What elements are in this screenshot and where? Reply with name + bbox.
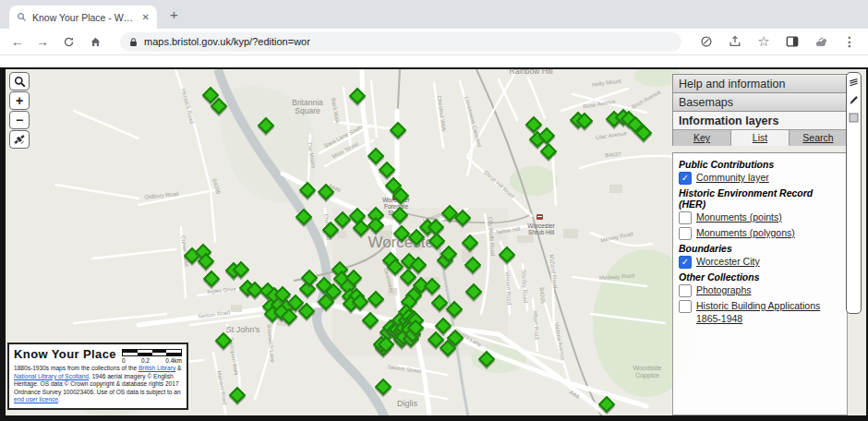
menu-kebab-icon[interactable]: ⋮ — [842, 34, 857, 49]
satellite-icon — [13, 133, 26, 146]
railway-station-icon — [536, 214, 543, 220]
browser-toolbar: ← → maps.bristol.gov.uk/kyp/?edition=wor… — [0, 29, 868, 55]
aerial-imagery-button[interactable] — [9, 130, 30, 149]
credit-link[interactable]: National Library of Scotland — [14, 373, 89, 379]
layer-checkbox[interactable] — [679, 227, 692, 240]
layer-group-heading: Public Contributions — [679, 159, 841, 170]
attribution-box: Know Your Place 0 0.2 0.4km 1880s-193 — [7, 343, 188, 410]
layer-link[interactable]: Historic Building Applications 1865-1948 — [696, 300, 841, 325]
extent-square-icon[interactable] — [848, 112, 860, 124]
panel-section-information-layers[interactable]: Information layers — [672, 111, 848, 130]
search-button[interactable] — [9, 72, 30, 90]
send-to-devices-icon[interactable] — [699, 34, 714, 49]
back-icon[interactable]: ← — [11, 35, 24, 48]
layer-item: Photographs — [679, 284, 841, 297]
layer-item: ✓Community layer — [679, 172, 841, 185]
browser-tab[interactable]: Know Your Place - Worcester City ✕ — [9, 6, 157, 29]
home-icon[interactable] — [88, 34, 102, 49]
side-panel-icon[interactable] — [785, 34, 800, 49]
zoom-out-button[interactable]: − — [9, 111, 30, 129]
layer-checkbox[interactable] — [679, 284, 692, 297]
forward-icon[interactable]: → — [36, 35, 49, 48]
search-icon — [14, 76, 26, 88]
layer-link[interactable]: Worcester City — [696, 256, 760, 269]
layer-link[interactable]: Monuments (points) — [696, 211, 782, 224]
share-icon[interactable] — [728, 34, 742, 49]
layer-item: Historic Building Applications 1865-1948 — [679, 300, 841, 325]
panel-tabs: KeyListSearch — [672, 129, 848, 146]
layer-item: ✓Worcester City — [679, 256, 841, 269]
panel-tab-key[interactable]: Key — [673, 129, 731, 146]
layer-item: Monuments (points) — [679, 211, 841, 224]
map-controls: + − — [9, 72, 30, 150]
layer-link[interactable]: Monuments (polygons) — [696, 227, 795, 240]
panel-section-basemaps[interactable]: Basemaps — [672, 92, 848, 112]
credit-text: 1880s-1930s maps from the collections of… — [14, 365, 182, 404]
zoom-in-button[interactable]: + — [9, 91, 30, 110]
new-tab-button[interactable]: + — [170, 6, 178, 22]
credit-text-segment: & — [175, 365, 181, 371]
favicon-magnifier-icon — [17, 12, 27, 22]
info-panel: Help and information Basemaps Informatio… — [672, 75, 848, 415]
layer-group-heading: Other Collections — [679, 271, 841, 283]
address-bar[interactable]: maps.bristol.gov.uk/kyp/?edition=wor — [120, 32, 681, 52]
extension-icon[interactable] — [814, 34, 828, 49]
bookmark-star-icon[interactable]: ☆ — [756, 34, 771, 49]
scale-bar: 0 0.2 0.4km — [122, 349, 182, 364]
map-frame: Rainbow HillBritannia SquareWorcesterSt … — [0, 67, 868, 421]
layer-checkbox[interactable]: ✓ — [679, 172, 692, 185]
panel-section-help[interactable]: Help and information — [672, 74, 848, 93]
panel-tab-list[interactable]: List — [731, 129, 790, 146]
lock-icon — [129, 37, 138, 47]
toolbar-actions: ☆ ⋮ — [699, 34, 857, 49]
layer-link[interactable]: Photographs — [696, 284, 752, 297]
pencil-icon[interactable] — [848, 94, 860, 106]
layer-group-heading: Historic Environment Record (HER) — [679, 187, 841, 210]
credit-link[interactable]: British Library — [139, 365, 175, 371]
reload-icon[interactable] — [61, 34, 76, 49]
browser-window: Know Your Place - Worcester City ✕ + ← →… — [0, 0, 868, 421]
layer-item: Monuments (polygons) — [679, 227, 841, 240]
url-text: maps.bristol.gov.uk/kyp/?edition=wor — [144, 36, 310, 47]
layers-stack-icon[interactable] — [848, 77, 860, 89]
scale-label-end: 0.4km — [165, 357, 182, 364]
kyp-logo-title: Know Your Place — [14, 347, 116, 361]
scale-label-start: 0 — [122, 357, 126, 364]
tab-close-icon[interactable]: ✕ — [142, 12, 150, 22]
layer-group-heading: Boundaries — [679, 243, 841, 254]
map-canvas[interactable]: Rainbow HillBritannia SquareWorcesterSt … — [6, 69, 866, 415]
scale-label-mid: 0.2 — [141, 357, 150, 364]
side-toolbar — [846, 72, 862, 314]
layer-list: Public Contributions✓Community layerHist… — [672, 152, 848, 415]
panel-tab-search[interactable]: Search — [790, 129, 847, 146]
tab-title: Know Your Place - Worcester City — [32, 12, 137, 23]
layer-checkbox[interactable]: ✓ — [679, 256, 692, 269]
layer-checkbox[interactable] — [679, 300, 692, 313]
credit-text-segment: . — [58, 396, 60, 403]
credit-text-segment: 1880s-1930s maps from the collections of… — [14, 365, 139, 371]
layer-link[interactable]: Community layer — [696, 172, 769, 185]
credit-link[interactable]: end user licence — [14, 396, 58, 403]
layer-checkbox[interactable] — [679, 211, 692, 224]
tab-strip: Know Your Place - Worcester City ✕ + — [0, 0, 868, 29]
